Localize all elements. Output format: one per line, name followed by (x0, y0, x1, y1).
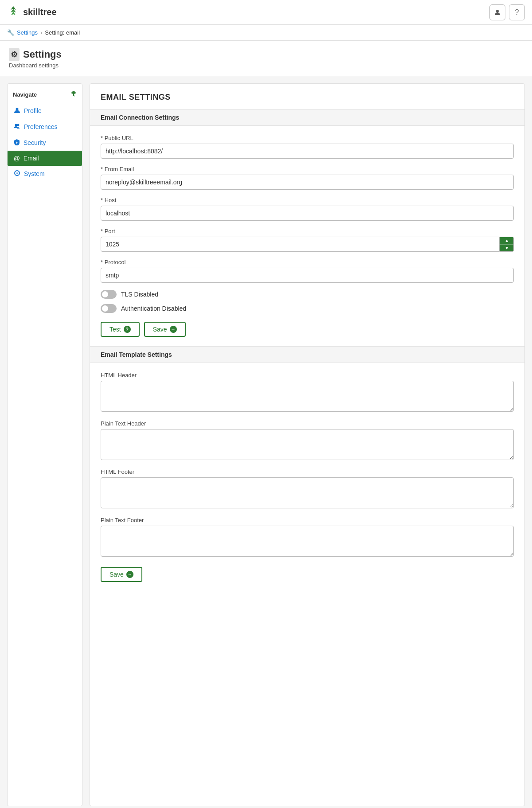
page-header: ⚙ Settings Dashboard settings (0, 41, 532, 76)
plain-text-footer-label: Plain Text Footer (101, 517, 514, 523)
breadcrumb-settings-link[interactable]: Settings (17, 29, 38, 36)
svg-point-2 (15, 124, 17, 126)
help-icon: ? (515, 8, 519, 16)
preferences-icon (14, 123, 20, 131)
sidebar-item-security-label: Security (23, 139, 46, 146)
port-wrapper: ▲ ▼ (101, 237, 514, 252)
auth-toggle-label: Authentication Disabled (121, 305, 186, 312)
help-button[interactable]: ? (509, 4, 525, 20)
port-decrement-button[interactable]: ▼ (500, 245, 514, 252)
sidebar-item-system[interactable]: System (8, 166, 82, 182)
user-button[interactable] (489, 4, 505, 20)
connection-section-header: Email Connection Settings (90, 109, 524, 126)
save-connection-icon: → (170, 326, 177, 333)
page-title: ⚙ Settings (9, 48, 523, 61)
sidebar: Navigate Profile (7, 83, 82, 806)
port-label: * Port (101, 228, 514, 234)
host-label: * Host (101, 197, 514, 203)
email-icon: @ (14, 155, 20, 162)
html-footer-label: HTML Footer (101, 468, 514, 475)
app-header: skilltree ? (0, 0, 532, 25)
auth-toggle-row: Authentication Disabled (101, 304, 514, 313)
security-icon (14, 139, 20, 147)
html-footer-group: HTML Footer (101, 468, 514, 510)
plain-text-header-input[interactable] (101, 429, 514, 460)
save-connection-button[interactable]: Save → (144, 322, 186, 337)
header-actions: ? (489, 4, 525, 20)
from-email-group: * From Email (101, 166, 514, 190)
logo: skilltree (7, 4, 57, 20)
sidebar-item-profile[interactable]: Profile (8, 103, 82, 119)
svg-point-5 (16, 172, 18, 174)
save-template-button[interactable]: Save → (101, 567, 142, 582)
port-group: * Port ▲ ▼ (101, 228, 514, 252)
protocol-group: * Protocol (101, 259, 514, 283)
tls-toggle-label: TLS Disabled (121, 291, 158, 298)
html-header-group: HTML Header (101, 372, 514, 413)
logo-text: skilltree (23, 7, 57, 17)
auth-toggle-thumb (102, 305, 108, 312)
port-spinners: ▲ ▼ (500, 237, 514, 252)
tls-toggle-row: TLS Disabled (101, 290, 514, 299)
template-section-header: Email Template Settings (90, 346, 524, 363)
svg-point-3 (17, 124, 20, 126)
system-icon (14, 170, 20, 178)
sidebar-item-email[interactable]: @ Email (8, 151, 82, 166)
port-increment-button[interactable]: ▲ (500, 237, 514, 244)
logo-icon (7, 4, 20, 20)
protocol-label: * Protocol (101, 259, 514, 265)
svg-point-0 (496, 10, 499, 12)
sidebar-item-security[interactable]: Security (8, 135, 82, 151)
public-url-input[interactable] (101, 144, 514, 159)
host-group: * Host (101, 197, 514, 221)
profile-icon (14, 107, 20, 115)
svg-point-1 (16, 108, 19, 110)
plain-text-header-group: Plain Text Header (101, 420, 514, 461)
content-area: EMAIL SETTINGS Email Connection Settings… (90, 83, 525, 806)
page-subtitle: Dashboard settings (9, 62, 523, 69)
connection-btn-row: Test ? Save → (101, 322, 514, 337)
settings-icon: 🔧 (7, 29, 14, 36)
sidebar-item-preferences-label: Preferences (24, 123, 57, 130)
breadcrumb-separator: › (40, 29, 42, 36)
pin-icon[interactable] (70, 91, 77, 98)
html-header-label: HTML Header (101, 372, 514, 379)
test-button[interactable]: Test ? (101, 322, 140, 337)
protocol-input[interactable] (101, 268, 514, 283)
plain-text-header-label: Plain Text Header (101, 420, 514, 427)
template-btn-row: Save → (101, 567, 514, 582)
main-container: Navigate Profile (0, 76, 532, 808)
svg-point-4 (16, 142, 18, 143)
sidebar-item-email-label: Email (23, 155, 39, 162)
sidebar-item-preferences[interactable]: Preferences (8, 119, 82, 135)
html-footer-input[interactable] (101, 477, 514, 508)
settings-gear-icon: ⚙ (9, 48, 20, 61)
public-url-label: * Public URL (101, 135, 514, 141)
sidebar-navigate-label: Navigate (8, 89, 82, 103)
port-input[interactable] (101, 237, 500, 252)
host-input[interactable] (101, 206, 514, 221)
tls-toggle-thumb (102, 291, 108, 297)
connection-form-section: * Public URL * From Email * Host * Port (90, 126, 524, 346)
plain-text-footer-input[interactable] (101, 526, 514, 557)
breadcrumb-current: Setting: email (45, 29, 80, 36)
sidebar-item-profile-label: Profile (24, 107, 42, 114)
from-email-label: * From Email (101, 166, 514, 172)
sidebar-item-system-label: System (24, 170, 45, 177)
html-header-input[interactable] (101, 381, 514, 412)
tls-toggle[interactable] (101, 290, 117, 299)
save-template-icon: → (126, 571, 133, 578)
public-url-group: * Public URL (101, 135, 514, 159)
auth-toggle[interactable] (101, 304, 117, 313)
from-email-input[interactable] (101, 175, 514, 190)
breadcrumb: 🔧 Settings › Setting: email (0, 25, 532, 41)
test-help-icon: ? (124, 326, 131, 333)
content-title: EMAIL SETTINGS (90, 84, 524, 109)
plain-text-footer-group: Plain Text Footer (101, 517, 514, 558)
template-form-section: HTML Header Plain Text Header HTML Foote… (90, 363, 524, 591)
